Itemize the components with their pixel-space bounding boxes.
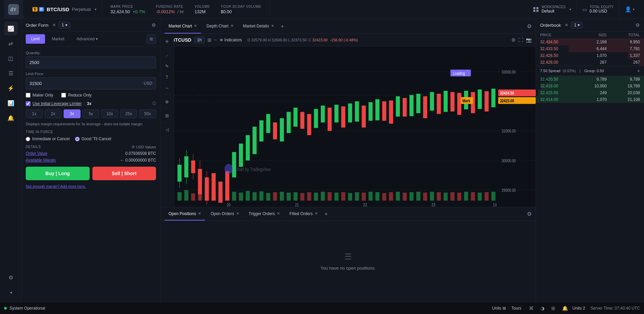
maker-only-checkbox[interactable]: Maker Only (26, 93, 53, 98)
limit-price-input-wrap[interactable]: USD (26, 77, 156, 89)
bid-row-2[interactable]: 32,418.00 10,000 19,789 (536, 83, 644, 89)
ask-row-3[interactable]: 32,428.50 1,070 1,337 (536, 52, 644, 59)
quantity-input[interactable] (29, 60, 152, 65)
theme-icon[interactable]: ◑ (538, 306, 547, 311)
leverage-50x-btn[interactable]: 50x (139, 109, 156, 118)
node-tool[interactable]: ⊕ (162, 97, 172, 106)
indicators-btn[interactable]: ≋ Indicators (220, 38, 242, 42)
user-section[interactable]: 👤 ▾ (619, 0, 640, 19)
units-btn[interactable]: Units ⊞ (492, 306, 506, 311)
tab-trigger-orders[interactable]: Trigger Orders ✕ (245, 207, 284, 221)
chart-type-icon[interactable]: ⊞ (207, 37, 212, 43)
pair-dropdown-icon[interactable]: ▾ (95, 7, 96, 11)
tif-ioc[interactable]: Immediate or Cancel (26, 137, 70, 141)
leverage-checkbox[interactable]: Use Initial Leverage Limiter (26, 101, 82, 106)
leverage-3x-btn[interactable]: 3x (64, 109, 81, 118)
tif-gtc[interactable]: Good 'Til Cancel (75, 137, 111, 141)
tab-market-chart[interactable]: Market Chart ✕ (164, 19, 201, 34)
pair-info[interactable]: S B BTC/USD Perpetual ▾ (27, 0, 102, 19)
chart-area-settings[interactable]: ⚙ (527, 23, 532, 29)
chart-fullscreen-icon[interactable]: ⛶ (518, 37, 523, 43)
order-value-label[interactable]: Order Value (26, 151, 47, 156)
nav-item-chart[interactable]: 📈 (4, 22, 18, 35)
leverage-1x-btn[interactable]: 1x (26, 109, 43, 118)
nav-item-settings[interactable]: ⚙ (4, 271, 18, 284)
leverage-info-icon[interactable]: ⓘ (152, 101, 156, 106)
keyboard-icon[interactable]: ⌘ (527, 306, 536, 311)
leverage-25x-btn[interactable]: 25x (120, 109, 137, 118)
tab-market-details-close[interactable]: ✕ (271, 24, 274, 28)
orderbook-close[interactable]: ✕ (565, 23, 568, 27)
workspace-dropdown-icon[interactable]: ▾ (570, 7, 571, 11)
tif-ioc-radio[interactable] (26, 137, 30, 141)
orderbook-count[interactable]: 1 ▾ (571, 22, 583, 28)
pair-name[interactable]: BTC/USD (47, 6, 69, 12)
maker-only-input[interactable] (26, 93, 30, 98)
nav-collapse-btn[interactable]: ◂ (4, 286, 18, 299)
pair-type[interactable]: Perpetual (72, 7, 91, 12)
layout-icon[interactable]: ⊞ (549, 306, 557, 311)
bottom-panel-settings[interactable]: ⚙ (527, 211, 532, 217)
ask-row-1[interactable]: 32,434.50 2,169 9,950 (536, 39, 644, 45)
draw-tool[interactable]: ✎ (162, 61, 172, 71)
nav-item-trade[interactable]: ⇄ (4, 37, 18, 50)
trend-line-tool[interactable]: ⟋ (162, 50, 172, 60)
reduce-only-checkbox[interactable]: Reduce Only (61, 93, 91, 98)
usd-values-toggle[interactable]: ⊘ USD Values (132, 145, 156, 149)
tab-filled-orders[interactable]: Filled Orders ✕ (285, 207, 322, 221)
available-margin-label[interactable]: Available Margin (26, 158, 56, 163)
tab-trigger-orders-close[interactable]: ✕ (277, 211, 280, 216)
measure-tool[interactable]: ↔ (162, 83, 172, 92)
chart-compare-icon[interactable]: ~ (214, 37, 217, 43)
buy-long-button[interactable]: Buy | Long (26, 167, 90, 180)
tab-market-details[interactable]: Market Details ✕ (239, 19, 278, 34)
bell-icon[interactable]: 🔔 (560, 306, 570, 311)
chart-interval[interactable]: 1h (194, 37, 204, 43)
quantity-input-wrap[interactable] (26, 56, 156, 68)
order-form-count[interactable]: 1 ▾ (59, 22, 70, 28)
text-tool[interactable]: T (162, 72, 172, 82)
chart-settings-icon[interactable]: ⚙ (511, 37, 516, 43)
tab-market-chart-close[interactable]: ✕ (194, 24, 197, 28)
leverage-5x-btn[interactable]: 5x (83, 109, 99, 118)
chart-screenshot-icon[interactable]: 📷 (526, 37, 532, 43)
tab-open-positions[interactable]: Open Positions ✕ (164, 207, 205, 221)
nav-item-alerts[interactable]: ⚡ (4, 81, 18, 95)
ask-row-4[interactable]: 32,428.00 267 267 (536, 59, 644, 66)
margin-note[interactable]: Not enough margin? Add more here. (22, 184, 160, 192)
calculator-btn[interactable]: ⊞ (147, 34, 156, 44)
spread-add-btn[interactable]: + (637, 68, 640, 74)
order-form-close[interactable]: ✕ (52, 23, 56, 27)
leverage-2x-btn[interactable]: 2x (45, 109, 62, 118)
tab-depth-chart-close[interactable]: ✕ (230, 24, 234, 28)
add-chart-tab-btn[interactable]: + (281, 23, 284, 29)
tab-open-positions-close[interactable]: ✕ (198, 211, 201, 216)
tab-open-orders[interactable]: Open Orders ✕ (206, 207, 243, 221)
tif-gtc-radio[interactable] (75, 137, 80, 141)
tab-open-orders-close[interactable]: ✕ (236, 211, 239, 216)
tours-label[interactable]: Tours (509, 306, 524, 311)
user-dropdown-icon[interactable]: ▾ (633, 7, 635, 11)
order-form-settings[interactable]: ⚙ (152, 22, 156, 28)
nav-item-analytics[interactable]: 📊 (4, 96, 18, 110)
tab-advanced[interactable]: Advanced ▾ (71, 34, 103, 44)
nav-item-notifications[interactable]: 🔔 (4, 111, 18, 125)
more-tools[interactable]: ⊞ (162, 111, 172, 120)
leverage-10x-btn[interactable]: 10x (101, 109, 118, 118)
tab-depth-chart[interactable]: Depth Chart ✕ (202, 19, 238, 34)
tab-filled-orders-close[interactable]: ✕ (315, 211, 318, 216)
sell-short-button[interactable]: Sell | Short (92, 167, 156, 180)
leverage-input[interactable] (26, 101, 30, 106)
tab-limit[interactable]: Limit (26, 34, 45, 44)
limit-price-input[interactable] (29, 81, 144, 86)
workspace-section[interactable]: WORKSPACES Default ▾ (528, 0, 577, 19)
logo[interactable]: dY (4, 0, 23, 19)
bid-row-4[interactable]: 32,414.00 1,070 21,108 (536, 96, 644, 103)
erase-tool[interactable]: ◁ (162, 125, 172, 134)
bid-row-1[interactable]: 32,420.50 9,789 9,789 (536, 76, 644, 83)
nav-item-portfolio[interactable]: ◫ (4, 51, 18, 65)
ask-row-2[interactable]: 32,433.50 6,444 7,781 (536, 45, 644, 52)
bid-row-3[interactable]: 32,415.50 249 20,038 (536, 89, 644, 96)
nav-item-orders[interactable]: ☰ (4, 66, 18, 80)
orderbook-settings[interactable]: ⚙ (636, 22, 640, 28)
